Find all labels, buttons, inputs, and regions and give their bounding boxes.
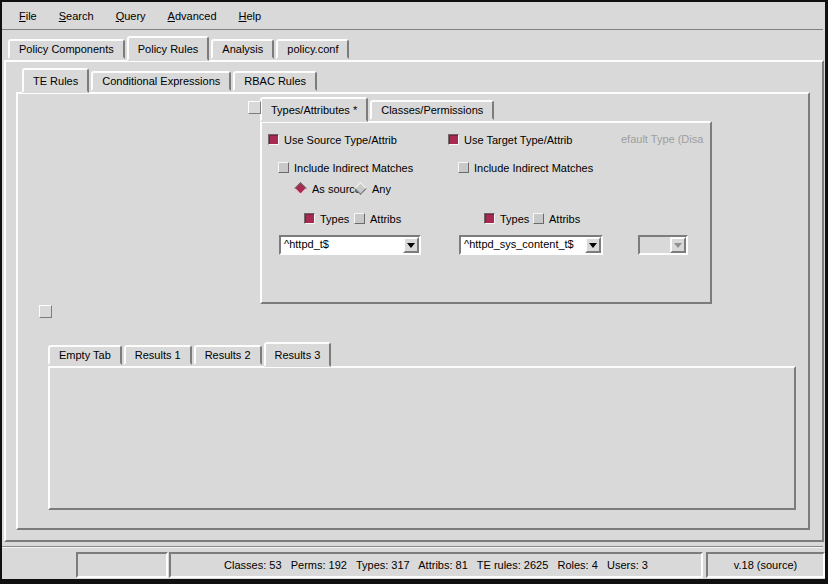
checkbox-indicator (448, 134, 459, 145)
status-cell-empty (76, 552, 168, 578)
vertical-sash-handle[interactable] (248, 101, 261, 114)
default-combo-dropdown-button (670, 237, 686, 253)
checkbox-indicator (533, 213, 544, 224)
checkbox-label: Types (500, 213, 529, 225)
tab-policy-rules[interactable]: Policy Rules (127, 36, 210, 61)
checkbox-indicator (458, 162, 469, 173)
menu-advanced[interactable]: Advanced (157, 7, 228, 25)
checkbox-source-types[interactable]: Types (304, 211, 349, 226)
radio-as-source[interactable]: As source (294, 181, 361, 196)
chevron-down-icon (589, 243, 597, 248)
tab-results-3[interactable]: Results 3 (264, 342, 332, 367)
checkbox-use-target[interactable]: Use Target Type/Attrib (448, 132, 572, 147)
menubar: File Search Query Advanced Help (2, 2, 823, 31)
chevron-down-icon (674, 243, 682, 248)
checkbox-target-attribs[interactable]: Attribs (533, 211, 580, 226)
tab-results-1[interactable]: Results 1 (124, 345, 192, 365)
source-combo-dropdown-button[interactable] (403, 237, 419, 253)
chevron-down-icon (407, 243, 415, 248)
source-type-combobox[interactable]: ^httpd_t$ (279, 235, 421, 255)
default-type-label: efault Type (Disa (621, 133, 713, 145)
tab-empty-tab[interactable]: Empty Tab (48, 345, 122, 365)
tab-rbac-rules[interactable]: RBAC Rules (233, 71, 317, 91)
default-type-combobox (638, 235, 688, 255)
status-policy-version: v.18 (source) (706, 552, 825, 578)
results-tabstrip: Empty TabResults 1Results 2Results 3 (48, 342, 333, 365)
checkbox-indicator (484, 213, 495, 224)
apol-window: File Search Query Advanced Help Policy C… (0, 0, 828, 584)
checkbox-source-attribs[interactable]: Attribs (354, 211, 401, 226)
checkbox-label: Attribs (370, 213, 401, 225)
checkbox-indicator (354, 213, 365, 224)
menu-search[interactable]: Search (48, 7, 105, 25)
checkbox-indicator (268, 134, 279, 145)
checkbox-label: Use Target Type/Attrib (464, 134, 572, 146)
menu-query[interactable]: Query (105, 7, 157, 25)
tab-conditional-expressions[interactable]: Conditional Expressions (91, 71, 231, 91)
tab-results-2[interactable]: Results 2 (194, 345, 262, 365)
checkbox-indicator (278, 162, 289, 173)
main-tabstrip: Policy ComponentsPolicy RulesAnalysispol… (8, 36, 351, 59)
tab-types-attributes[interactable]: Types/Attributes * (260, 97, 368, 122)
target-type-combobox[interactable]: ^httpd_sys_content_t$ (459, 235, 603, 255)
statusbar-separator (2, 546, 823, 548)
radio-indicator (294, 182, 307, 195)
results-page (48, 366, 796, 510)
horizontal-sash-handle[interactable] (39, 305, 52, 318)
types-attrib-tabstrip: Types/Attributes *Classes/Permissions (260, 97, 496, 120)
checkbox-target-indirect[interactable]: Include Indirect Matches (458, 160, 593, 175)
target-type-value[interactable]: ^httpd_sys_content_t$ (461, 237, 585, 253)
menu-help[interactable]: Help (228, 7, 273, 25)
checkbox-target-types[interactable]: Types (484, 211, 529, 226)
menu-file[interactable]: File (8, 7, 48, 25)
status-policy-stats: Classes: 53 Perms: 192 Types: 317 Attrib… (169, 552, 703, 578)
radio-indicator (354, 182, 367, 195)
default-type-value (640, 237, 670, 253)
checkbox-label: Include Indirect Matches (474, 162, 593, 174)
tab-analysis[interactable]: Analysis (211, 39, 274, 59)
tab-policy-components[interactable]: Policy Components (8, 39, 125, 59)
tab-policy-conf[interactable]: policy.conf (276, 39, 349, 59)
checkbox-use-source[interactable]: Use Source Type/Attrib (268, 132, 397, 147)
target-combo-dropdown-button[interactable] (585, 237, 601, 253)
tab-classes-permissions[interactable]: Classes/Permissions (370, 100, 494, 120)
tab-te-rules[interactable]: TE Rules (22, 68, 89, 93)
checkbox-label: Attribs (549, 213, 580, 225)
checkbox-label: Use Source Type/Attrib (284, 134, 397, 146)
checkbox-label: Types (320, 213, 349, 225)
radio-any[interactable]: Any (354, 181, 391, 196)
rules-tabstrip: TE RulesConditional ExpressionsRBAC Rule… (22, 68, 319, 91)
checkbox-indicator (304, 213, 315, 224)
source-type-value[interactable]: ^httpd_t$ (281, 237, 403, 253)
checkbox-label: Include Indirect Matches (294, 162, 413, 174)
checkbox-source-indirect[interactable]: Include Indirect Matches (278, 160, 413, 175)
radio-label: Any (372, 183, 391, 195)
